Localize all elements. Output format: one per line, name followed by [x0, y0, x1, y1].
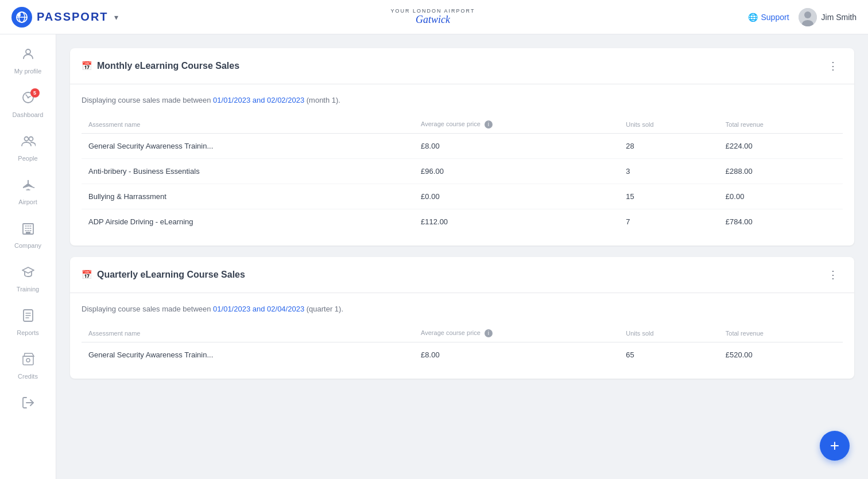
airport-icon — [21, 178, 35, 195]
quarterly-row-units: 65 — [619, 342, 719, 368]
sidebar-item-my-profile[interactable]: My profile — [0, 39, 56, 83]
quarterly-col-assessment: Assessment name — [82, 325, 414, 342]
svg-point-7 — [26, 49, 30, 54]
monthly-row-units: 7 — [619, 209, 719, 235]
sidebar-label-company: Company — [14, 242, 41, 249]
monthly-table-row: Bullying & Harrassment £0.00 15 £0.00 — [82, 184, 843, 209]
quarterly-table: Assessment name Average course price i U… — [82, 325, 843, 367]
people-icon — [21, 134, 36, 151]
svg-point-3 — [17, 13, 21, 17]
monthly-date-text: Displaying course sales made between 01/… — [82, 96, 843, 104]
quarterly-calendar-icon: 📅 — [82, 270, 92, 280]
monthly-row-price: £0.00 — [414, 184, 619, 209]
quarterly-row-price: £8.00 — [414, 342, 619, 368]
monthly-row-assessment: Anti-bribery - Business Essentials — [82, 159, 414, 184]
main-content: 📅 Monthly eLearning Course Sales ⋮ Displ… — [56, 34, 868, 479]
monthly-price-info-icon[interactable]: i — [485, 120, 493, 128]
header-center: YOUR LONDON AIRPORT Gatwick — [118, 8, 748, 26]
support-icon: 🌐 — [748, 13, 758, 22]
monthly-card-header: 📅 Monthly eLearning Course Sales ⋮ — [70, 48, 854, 84]
monthly-col-revenue: Total revenue — [719, 116, 843, 134]
quarterly-card-body: Displaying course sales made between 01/… — [70, 293, 854, 379]
monthly-row-revenue: £224.00 — [719, 134, 843, 159]
quarterly-card-title: 📅 Quarterly eLearning Course Sales — [82, 270, 245, 280]
company-icon — [22, 221, 34, 239]
sidebar-item-dashboard[interactable]: 5 Dashboard — [0, 83, 56, 126]
monthly-col-units: Units sold — [619, 116, 719, 134]
user-area[interactable]: Jim Smith — [799, 8, 857, 26]
monthly-table-header-row: Assessment name Average course price i U… — [82, 116, 843, 134]
monthly-card-menu-button[interactable]: ⋮ — [823, 57, 843, 75]
quarterly-table-header-row: Assessment name Average course price i U… — [82, 325, 843, 342]
avatar — [799, 8, 817, 26]
monthly-table-row: Anti-bribery - Business Essentials £96.0… — [82, 159, 843, 184]
support-button[interactable]: 🌐 Support — [748, 13, 789, 22]
monthly-row-price: £96.00 — [414, 159, 619, 184]
sidebar-item-airport[interactable]: Airport — [0, 170, 56, 213]
quarterly-col-revenue: Total revenue — [719, 325, 843, 342]
calendar-icon: 📅 — [82, 61, 92, 71]
monthly-col-price: Average course price i — [414, 116, 619, 134]
quarterly-col-price: Average course price i — [414, 325, 619, 342]
quarterly-row-revenue: £520.00 — [719, 342, 843, 368]
svg-point-5 — [804, 11, 811, 18]
header: PASSPORT ▾ YOUR LONDON AIRPORT Gatwick 🌐… — [0, 0, 868, 34]
monthly-row-assessment: ADP Airside Driving - eLearning — [82, 209, 414, 235]
monthly-row-assessment: Bullying & Harrassment — [82, 184, 414, 209]
quarterly-col-units: Units sold — [619, 325, 719, 342]
svg-rect-13 — [26, 232, 30, 234]
profile-icon — [21, 47, 35, 64]
dashboard-badge: 5 — [30, 88, 40, 98]
quarterly-card-header: 📅 Quarterly eLearning Course Sales ⋮ — [70, 257, 854, 293]
sidebar-item-training[interactable]: Training — [0, 257, 56, 301]
sidebar-item-logout[interactable] — [0, 388, 56, 421]
sidebar-item-reports[interactable]: Reports — [0, 301, 56, 344]
monthly-row-assessment: General Security Awareness Trainin... — [82, 134, 414, 159]
monthly-date-prefix: Displaying course sales made between — [82, 96, 213, 104]
quarterly-card-menu-button[interactable]: ⋮ — [823, 266, 843, 283]
quarterly-price-info-icon[interactable]: i — [485, 329, 493, 337]
monthly-card: 📅 Monthly eLearning Course Sales ⋮ Displ… — [70, 48, 854, 246]
monthly-row-units: 28 — [619, 134, 719, 159]
quarterly-table-body: General Security Awareness Trainin... £8… — [82, 342, 843, 368]
quarterly-date-suffix: (quarter 1). — [304, 305, 343, 313]
sidebar-item-company[interactable]: Company — [0, 213, 56, 257]
sidebar-item-people[interactable]: People — [0, 126, 56, 170]
logo-icon — [11, 7, 32, 28]
monthly-row-revenue: £784.00 — [719, 209, 843, 235]
monthly-card-title: 📅 Monthly eLearning Course Sales — [82, 61, 239, 71]
monthly-col-assessment: Assessment name — [82, 116, 414, 134]
layout: My profile 5 Dashboard — [0, 34, 868, 479]
logout-icon — [21, 396, 35, 413]
svg-point-11 — [29, 137, 33, 141]
monthly-row-units: 15 — [619, 184, 719, 209]
sidebar-item-credits[interactable]: Credits — [0, 344, 56, 388]
quarterly-card: 📅 Quarterly eLearning Course Sales ⋮ Dis… — [70, 257, 854, 379]
support-label: Support — [761, 13, 789, 22]
sidebar-label-dashboard: Dashboard — [13, 111, 44, 118]
quarterly-date-text: Displaying course sales made between 01/… — [82, 305, 843, 313]
monthly-row-price: £112.00 — [414, 209, 619, 235]
monthly-table-body: General Security Awareness Trainin... £8… — [82, 134, 843, 235]
fab-button[interactable]: + — [820, 431, 850, 461]
monthly-date-suffix: (month 1). — [304, 96, 340, 104]
monthly-table-row: ADP Airside Driving - eLearning £112.00 … — [82, 209, 843, 235]
header-right: 🌐 Support Jim Smith — [748, 8, 857, 26]
quarterly-date-prefix: Displaying course sales made between — [82, 305, 213, 313]
monthly-card-body: Displaying course sales made between 01/… — [70, 84, 854, 246]
monthly-date-link[interactable]: 01/01/2023 and 02/02/2023 — [213, 96, 304, 104]
gatwick-logo: YOUR LONDON AIRPORT Gatwick — [391, 8, 475, 26]
credits-icon — [21, 352, 35, 369]
sidebar-label-people: People — [18, 155, 37, 162]
logo-area[interactable]: PASSPORT ▾ — [11, 7, 118, 28]
gatwick-top-text: YOUR LONDON AIRPORT — [391, 8, 475, 14]
sidebar-label-airport: Airport — [18, 198, 37, 205]
svg-point-15 — [26, 359, 30, 362]
gatwick-script-text: Gatwick — [391, 14, 475, 26]
sidebar-label-training: Training — [17, 286, 39, 293]
sidebar-label-my-profile: My profile — [14, 68, 42, 75]
monthly-title-text: Monthly eLearning Course Sales — [97, 61, 239, 71]
sidebar-label-reports: Reports — [17, 329, 39, 336]
logo-chevron-icon: ▾ — [114, 13, 118, 22]
quarterly-date-link[interactable]: 01/01/2023 and 02/04/2023 — [213, 305, 304, 313]
